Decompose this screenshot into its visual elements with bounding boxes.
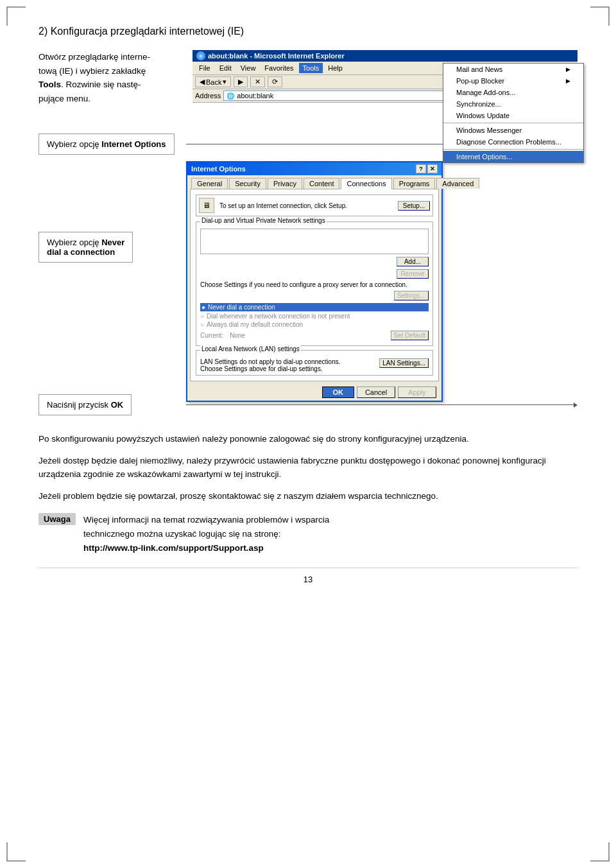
intro-text-block: Otwórz przeglądarkę interne- tową (IE) i… bbox=[38, 50, 186, 128]
menu-separator-1 bbox=[443, 123, 583, 123]
label2-wrapper: Wybierz opcję Neverdial a connection bbox=[38, 232, 186, 263]
uwaga-text-line1: Więcej informacji na temat rozwiązywania… bbox=[83, 515, 329, 525]
radio-never-dial[interactable]: ● Never dial a connection bbox=[200, 303, 429, 311]
page-number: 13 bbox=[38, 568, 578, 584]
uwaga-box: Uwaga Więcej informacji na temat rozwiąz… bbox=[38, 513, 578, 555]
refresh-button[interactable]: ⟳ bbox=[268, 76, 282, 87]
radio-icon-always: ○ bbox=[200, 321, 204, 328]
radio-always-dial[interactable]: ○ Always dial my default connection bbox=[200, 321, 429, 328]
current-value: None bbox=[230, 332, 245, 339]
settings-btn-row: Settings... bbox=[200, 291, 429, 300]
uwaga-label: Uwaga bbox=[38, 513, 76, 525]
menu-item-synchronize[interactable]: Synchronize... bbox=[443, 98, 583, 110]
dialog-titlebar: Internet Options ? ✕ bbox=[187, 162, 441, 175]
menu-favorites[interactable]: Favorites bbox=[261, 63, 297, 73]
menu-view[interactable]: View bbox=[237, 63, 260, 73]
radio-label-always: Always dial my default connection bbox=[207, 321, 303, 328]
choose-settings-text: Choose Settings if you need to configure… bbox=[200, 281, 429, 288]
radio-icon-never: ● bbox=[201, 304, 205, 311]
lan-text1: LAN Settings do not apply to dial-up con… bbox=[200, 358, 340, 365]
remove-btn-row: Remove bbox=[200, 269, 429, 279]
intro-line3-suffix: . Rozwinie się nastę- bbox=[61, 80, 141, 89]
dialup-content: Add... Remove Choose Settings if you nee… bbox=[200, 229, 429, 340]
label3-side: Naciśnij przycisk OK bbox=[38, 394, 186, 419]
bottom-text-area: Po skonfigurowaniu powyższych ustawień n… bbox=[38, 432, 578, 503]
remove-button[interactable]: Remove bbox=[397, 269, 429, 279]
lan-group-title: Local Area Network (LAN) settings bbox=[200, 345, 301, 352]
add-button[interactable]: Add... bbox=[397, 257, 429, 266]
uwaga-link[interactable]: http://www.tp-link.com/support/Support.a… bbox=[83, 543, 264, 553]
menu-file[interactable]: File bbox=[195, 63, 214, 73]
never-dial-label: Wybierz opcję Neverdial a connection bbox=[38, 232, 133, 263]
para2: Jeżeli dostęp będzie dalej niemożliwy, n… bbox=[38, 454, 578, 482]
corner-mark-tl bbox=[6, 6, 26, 26]
tab-advanced[interactable]: Advanced bbox=[436, 178, 479, 189]
internet-options-dialog: Internet Options ? ✕ General Security Pr… bbox=[186, 161, 443, 402]
corner-mark-br bbox=[590, 842, 610, 862]
browser-screenshot-area: e about:blank - Microsoft Internet Explo… bbox=[193, 50, 578, 128]
tab-privacy[interactable]: Privacy bbox=[268, 178, 302, 189]
address-label: Address bbox=[195, 92, 221, 100]
menu-help[interactable]: Help bbox=[324, 63, 346, 73]
label1-side: Wybierz opcję Internet Options bbox=[38, 134, 186, 155]
para3: Jeżeli problem będzie się powtarzał, pro… bbox=[38, 489, 578, 503]
lan-settings-button[interactable]: LAN Settings... bbox=[379, 358, 429, 368]
corner-mark-bl bbox=[6, 842, 26, 862]
menu-item-popup-blocker[interactable]: Pop-up Blocker bbox=[443, 75, 583, 87]
tab-security[interactable]: Security bbox=[229, 178, 266, 189]
forward-button[interactable]: ▶ bbox=[234, 76, 248, 87]
lan-text2: Choose Settings above for dial-up settin… bbox=[200, 365, 340, 372]
menu-item-windows-messenger[interactable]: Windows Messenger bbox=[443, 125, 583, 136]
menu-tools[interactable]: Tools bbox=[299, 63, 323, 73]
mid-area: Wybierz opcję Neverdial a connection Int… bbox=[38, 161, 578, 402]
section-heading: 2) Konfiguracja przeglądarki internetowe… bbox=[38, 26, 578, 37]
dialog-title: Internet Options bbox=[191, 165, 246, 173]
uwaga-text-line2: technicznego można uzyskać logując się n… bbox=[83, 529, 281, 539]
close-button[interactable]: ✕ bbox=[427, 164, 438, 173]
setup-text: To set up an Internet connection, click … bbox=[219, 202, 393, 209]
add-btn-row: Add... bbox=[200, 257, 429, 266]
menu-item-internet-options[interactable]: Internet Options... bbox=[443, 151, 583, 162]
tab-general[interactable]: General bbox=[191, 178, 228, 189]
help-button[interactable]: ? bbox=[416, 164, 426, 173]
settings-button[interactable]: Settings... bbox=[394, 291, 429, 300]
ok-label: Naciśnij przycisk OK bbox=[38, 394, 132, 415]
menu-item-windows-update[interactable]: Windows Update bbox=[443, 110, 583, 121]
radio-label-never: Never dial a connection bbox=[208, 304, 275, 311]
dialog-controls: ? ✕ bbox=[416, 164, 438, 173]
intro-line1: Otwórz przeglądarkę interne- bbox=[38, 52, 150, 62]
dialog-body: 🖥 To set up an Internet connection, clic… bbox=[190, 189, 439, 381]
menu-item-diagnose[interactable]: Diagnose Connection Problems... bbox=[443, 136, 583, 148]
intro-bold: Tools bbox=[38, 80, 61, 89]
radio-dial-whenever[interactable]: ○ Dial whenever a network connection is … bbox=[200, 313, 429, 320]
ie-icon: e bbox=[196, 51, 205, 60]
tab-content[interactable]: Content bbox=[304, 178, 340, 189]
menu-item-manage-addons[interactable]: Manage Add-ons... bbox=[443, 87, 583, 98]
dialog-content-area: Internet Options ? ✕ General Security Pr… bbox=[186, 161, 578, 402]
setup-row: 🖥 To set up an Internet connection, clic… bbox=[196, 195, 433, 216]
ie-titlebar: e about:blank - Microsoft Internet Explo… bbox=[193, 50, 578, 62]
tools-menu: Mail and News Pop-up Blocker Manage Add-… bbox=[443, 63, 584, 163]
radio-icon-whenever: ○ bbox=[200, 313, 204, 320]
label2-connector-row: Naciśnij przycisk OK bbox=[38, 394, 578, 419]
intro-line4: pujące menu. bbox=[38, 94, 90, 103]
menu-item-mail-news[interactable]: Mail and News bbox=[443, 64, 583, 75]
setup-icon: 🖥 bbox=[199, 198, 214, 213]
dialup-group: Dial-up and Virtual Private Network sett… bbox=[196, 221, 433, 346]
stop-button[interactable]: ✕ bbox=[250, 76, 265, 87]
browser-with-dropdown: e about:blank - Microsoft Internet Explo… bbox=[193, 50, 578, 128]
menu-edit[interactable]: Edit bbox=[216, 63, 235, 73]
tab-connections[interactable]: Connections bbox=[341, 178, 391, 189]
top-area: Otwórz przeglądarkę interne- tową (IE) i… bbox=[38, 50, 578, 128]
dialup-group-title: Dial-up and Virtual Private Network sett… bbox=[200, 217, 327, 224]
ie-title: about:blank - Microsoft Internet Explore… bbox=[208, 52, 345, 60]
dialog-labels-area: Wybierz opcję Neverdial a connection bbox=[38, 161, 186, 402]
current-row: Current: None Set Default bbox=[200, 331, 429, 340]
lan-group: Local Area Network (LAN) settings LAN Se… bbox=[196, 350, 433, 376]
setup-button[interactable]: Setup... bbox=[398, 201, 430, 211]
set-default-button[interactable]: Set Default bbox=[391, 331, 429, 340]
corner-mark-tr bbox=[590, 6, 610, 26]
para1: Po skonfigurowaniu powyższych ustawień n… bbox=[38, 432, 578, 446]
back-button[interactable]: ◀ Back ▾ bbox=[195, 76, 231, 87]
tab-programs[interactable]: Programs bbox=[393, 178, 436, 189]
